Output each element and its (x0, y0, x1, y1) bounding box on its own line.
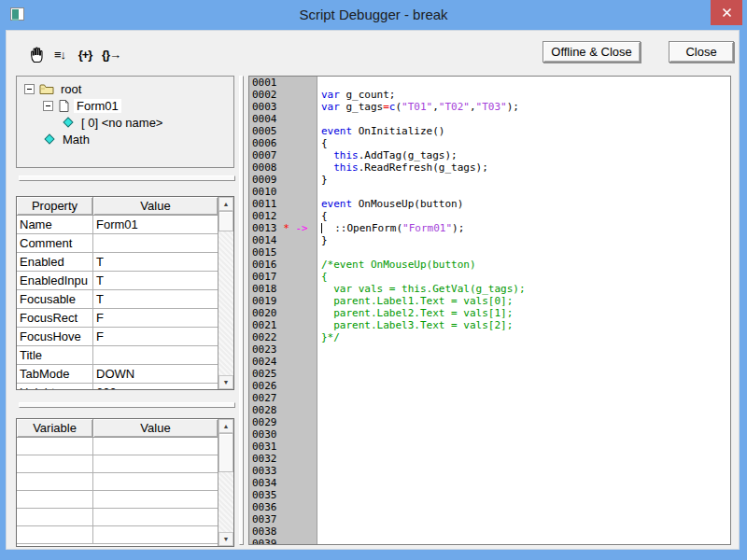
variable-table-row[interactable] (17, 509, 218, 526)
property-table-cell[interactable]: Height (17, 384, 93, 390)
code-text[interactable] (317, 489, 321, 501)
property-table-row[interactable]: EnabledT (17, 253, 218, 272)
code-line[interactable]: 0026 (249, 380, 730, 392)
variable-table-cell[interactable] (93, 491, 218, 509)
property-table-header-cell[interactable]: Value (93, 197, 218, 216)
code-text[interactable] (317, 501, 321, 513)
code-line[interactable]: 0003var g_tags=c("T01","T02","T03"); (249, 101, 730, 113)
code-line[interactable]: 0039 (249, 538, 730, 545)
line-number-gutter[interactable]: 0010 (249, 186, 317, 198)
line-number-gutter[interactable]: 0035 (249, 489, 317, 501)
line-number-gutter[interactable]: 0017 (249, 271, 317, 283)
code-line[interactable]: 0020 parent.Label2.Text = vals[1]; (249, 307, 730, 319)
property-table-row[interactable]: FocusableT (17, 290, 218, 309)
code-line[interactable]: 0013 * -> ::OpenForm("Form01"); (249, 222, 730, 234)
line-number-gutter[interactable]: 0004 (249, 113, 317, 125)
code-text[interactable]: this.AddTag(g_tags); (317, 149, 458, 161)
code-line[interactable]: 0016/*event OnMouseUp(button) (249, 259, 730, 271)
line-number-gutter[interactable]: 0011 (249, 198, 317, 210)
scrollbar-thumb[interactable] (218, 211, 233, 231)
code-text[interactable] (317, 428, 321, 441)
property-table-row[interactable]: FocusRectF (17, 309, 218, 328)
property-table-cell[interactable]: TabMode (17, 365, 93, 384)
line-number-gutter[interactable]: 0025 (249, 368, 317, 380)
tree-splitter[interactable] (19, 175, 235, 181)
code-line[interactable]: 0009} (249, 174, 730, 186)
property-table-scrollbar[interactable]: ▲▼ (218, 197, 233, 389)
variable-table-cell[interactable] (17, 526, 93, 544)
close-dialog-button[interactable]: Close (669, 41, 734, 63)
line-number-gutter[interactable]: 0001 (249, 77, 317, 89)
line-number-gutter[interactable]: 0030 (249, 428, 317, 441)
line-number-gutter[interactable]: 0009 (249, 174, 317, 186)
code-line[interactable]: 0002var g_count; (249, 89, 730, 101)
property-table-row[interactable]: TabModeDOWN (17, 365, 218, 384)
property-table-cell[interactable]: T (93, 290, 218, 309)
variable-table-row[interactable] (17, 438, 218, 455)
line-number-gutter[interactable]: 0006 (249, 137, 317, 149)
variable-table-cell[interactable] (17, 473, 93, 491)
code-line[interactable]: 0017{ (249, 271, 730, 283)
property-table-cell[interactable]: Name (17, 216, 93, 234)
code-text[interactable]: parent.Label1.Text = vals[0]; (317, 295, 513, 307)
line-number-gutter[interactable]: 0018 (249, 283, 317, 295)
breakpoint-icon[interactable]: * (283, 222, 289, 234)
code-line[interactable]: 0007 this.AddTag(g_tags); (249, 149, 730, 161)
line-number-gutter[interactable]: 0005 (249, 125, 317, 137)
code-line[interactable]: 0015 (249, 246, 730, 259)
tree-item[interactable]: [ 0] <no name> (17, 114, 233, 131)
code-text[interactable]: var vals = this.GetVal(g_tags); (317, 283, 526, 295)
property-table-cell[interactable]: T (93, 272, 218, 290)
code-text[interactable] (317, 538, 321, 545)
code-text[interactable] (317, 368, 321, 380)
code-text[interactable] (317, 465, 321, 477)
line-number-gutter[interactable]: 0032 (249, 453, 317, 465)
tree-item[interactable]: root (17, 80, 233, 97)
variable-table-row[interactable] (17, 455, 218, 473)
variable-table-header-cell[interactable]: Value (93, 419, 218, 438)
code-line[interactable]: 0006{ (249, 137, 730, 149)
line-number-gutter[interactable]: 0022 (249, 331, 317, 343)
variable-table-cell[interactable] (17, 491, 93, 509)
code-text[interactable] (317, 453, 321, 465)
tree-item[interactable]: Math (17, 131, 233, 147)
titlebar[interactable]: Script Debugger - break (0, 0, 747, 30)
line-number-gutter[interactable]: 0026 (249, 380, 317, 392)
scrollbar-track[interactable] (218, 231, 233, 375)
line-number-gutter[interactable]: 0038 (249, 525, 317, 538)
code-text[interactable] (317, 380, 321, 392)
property-table-cell[interactable]: DOWN (93, 365, 218, 384)
code-line[interactable]: 0004 (249, 113, 730, 125)
line-number-gutter[interactable]: 0024 (249, 356, 317, 368)
code-text[interactable] (317, 246, 321, 259)
code-text[interactable] (317, 477, 321, 489)
code-line[interactable]: 0031 (249, 441, 730, 453)
line-number-gutter[interactable]: 0015 (249, 246, 317, 259)
code-text[interactable]: /*event OnMouseUp(button) (317, 259, 476, 271)
code-text[interactable] (317, 343, 321, 356)
variable-table-cell[interactable] (17, 455, 93, 473)
tree-item[interactable]: Form01 (17, 97, 233, 114)
line-number-gutter[interactable]: 0029 (249, 416, 317, 428)
code-text[interactable] (317, 186, 321, 198)
property-table-cell[interactable]: T (93, 253, 218, 272)
variable-table-cell[interactable] (17, 438, 93, 455)
variable-table-row[interactable] (17, 526, 218, 544)
scroll-up-icon[interactable]: ▲ (218, 197, 233, 211)
code-line[interactable]: 0030 (249, 428, 730, 441)
code-text[interactable]: { (317, 271, 328, 283)
code-text[interactable] (317, 441, 321, 453)
line-number-gutter[interactable]: 0008 (249, 161, 317, 174)
property-table-cell[interactable]: Enabled (17, 253, 93, 272)
property-table-cell[interactable]: F (93, 309, 218, 328)
code-text[interactable]: }*/ (317, 331, 340, 343)
variable-table-cell[interactable] (93, 455, 218, 473)
close-button[interactable] (711, 0, 742, 25)
code-text[interactable] (317, 392, 321, 404)
line-number-gutter[interactable]: 0039 (249, 538, 317, 545)
scrollbar-thumb[interactable] (218, 433, 233, 472)
line-number-gutter[interactable]: 0027 (249, 392, 317, 404)
code-line[interactable]: 0012{ (249, 210, 730, 222)
line-number-gutter[interactable]: 0019 (249, 295, 317, 307)
code-line[interactable]: 0033 (249, 465, 730, 477)
